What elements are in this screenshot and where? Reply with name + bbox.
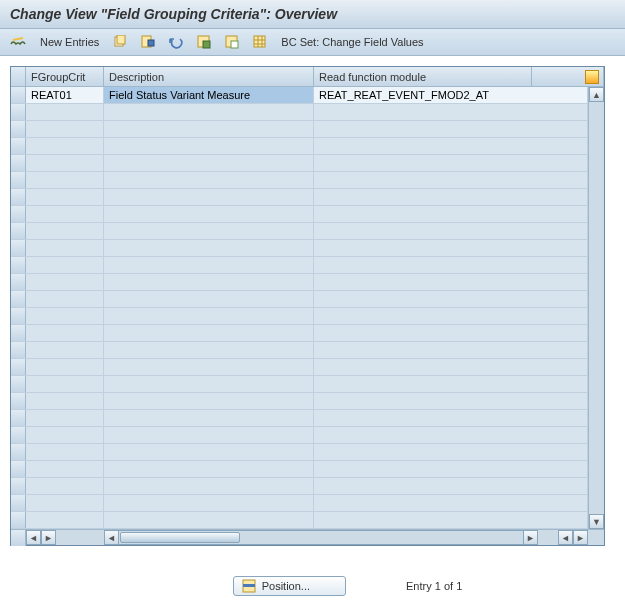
row-handle[interactable] <box>11 461 26 477</box>
table-row-empty[interactable] <box>11 308 588 325</box>
select-all-button[interactable] <box>193 33 215 51</box>
table-row-empty[interactable] <box>11 410 588 427</box>
table-row-empty[interactable] <box>11 206 588 223</box>
table-row-empty[interactable] <box>11 274 588 291</box>
table-row-empty[interactable] <box>11 342 588 359</box>
table-row[interactable]: REAT01Field Status Variant MeasureREAT_R… <box>11 87 588 104</box>
col-header-description[interactable]: Description <box>104 67 314 86</box>
col-header-readfunction[interactable]: Read function module <box>314 67 532 86</box>
cell-empty[interactable] <box>26 257 104 273</box>
row-handle[interactable] <box>11 121 26 137</box>
cell-empty[interactable] <box>314 359 588 375</box>
table-row-empty[interactable] <box>11 121 588 138</box>
cell-empty[interactable] <box>104 138 314 154</box>
row-handle[interactable] <box>11 274 26 290</box>
row-handle[interactable] <box>11 410 26 426</box>
cell-empty[interactable] <box>314 410 588 426</box>
config-button[interactable] <box>249 33 271 51</box>
cell-empty[interactable] <box>26 104 104 120</box>
hscroll-track[interactable] <box>119 530 523 545</box>
table-row-empty[interactable] <box>11 427 588 444</box>
col-header-config[interactable] <box>532 67 604 86</box>
row-handle[interactable] <box>11 291 26 307</box>
cell-empty[interactable] <box>26 478 104 494</box>
cell-empty[interactable] <box>104 495 314 511</box>
row-handle[interactable] <box>11 308 26 324</box>
scroll-down-button[interactable]: ▼ <box>589 514 604 529</box>
delete-button[interactable] <box>137 33 159 51</box>
table-row-empty[interactable] <box>11 189 588 206</box>
cell-empty[interactable] <box>104 189 314 205</box>
cell-description[interactable]: Field Status Variant Measure <box>104 87 314 103</box>
cell-empty[interactable] <box>26 342 104 358</box>
undo-button[interactable] <box>165 33 187 51</box>
cell-empty[interactable] <box>314 512 588 528</box>
cell-empty[interactable] <box>314 461 588 477</box>
table-row-empty[interactable] <box>11 155 588 172</box>
cell-empty[interactable] <box>26 240 104 256</box>
row-handle[interactable] <box>11 495 26 511</box>
hscroll2-left[interactable]: ◄ <box>104 530 119 545</box>
scroll-up-button[interactable]: ▲ <box>589 87 604 102</box>
cell-empty[interactable] <box>104 512 314 528</box>
cell-empty[interactable] <box>314 342 588 358</box>
cell-empty[interactable] <box>314 240 588 256</box>
cell-empty[interactable] <box>314 223 588 239</box>
row-handle[interactable] <box>11 223 26 239</box>
table-row-empty[interactable] <box>11 393 588 410</box>
cell-empty[interactable] <box>314 495 588 511</box>
cell-empty[interactable] <box>314 478 588 494</box>
copy-button[interactable] <box>109 33 131 51</box>
toggle-button[interactable] <box>6 34 30 50</box>
cell-empty[interactable] <box>104 461 314 477</box>
new-entries-button[interactable]: New Entries <box>36 34 103 50</box>
cell-empty[interactable] <box>26 291 104 307</box>
cell-empty[interactable] <box>314 189 588 205</box>
cell-empty[interactable] <box>104 206 314 222</box>
cell-empty[interactable] <box>104 155 314 171</box>
row-handle[interactable] <box>11 155 26 171</box>
position-button[interactable]: Position... <box>233 576 346 596</box>
cell-empty[interactable] <box>26 308 104 324</box>
cell-empty[interactable] <box>26 189 104 205</box>
cell-empty[interactable] <box>104 325 314 341</box>
cell-empty[interactable] <box>314 121 588 137</box>
cell-empty[interactable] <box>104 393 314 409</box>
cell-empty[interactable] <box>104 257 314 273</box>
cell-empty[interactable] <box>26 512 104 528</box>
row-handle[interactable] <box>11 427 26 443</box>
cell-empty[interactable] <box>314 155 588 171</box>
row-handle[interactable] <box>11 478 26 494</box>
cell-empty[interactable] <box>26 206 104 222</box>
cell-empty[interactable] <box>104 121 314 137</box>
row-handle[interactable] <box>11 104 26 120</box>
table-row-empty[interactable] <box>11 478 588 495</box>
table-row-empty[interactable] <box>11 376 588 393</box>
row-handle[interactable] <box>11 376 26 392</box>
cell-empty[interactable] <box>26 444 104 460</box>
cell-empty[interactable] <box>314 104 588 120</box>
cell-empty[interactable] <box>26 427 104 443</box>
vertical-scrollbar[interactable]: ▲ ▼ <box>588 87 604 529</box>
row-handle[interactable] <box>11 393 26 409</box>
cell-empty[interactable] <box>26 495 104 511</box>
cell-empty[interactable] <box>314 257 588 273</box>
hscroll-thumb[interactable] <box>120 532 240 543</box>
cell-empty[interactable] <box>104 274 314 290</box>
cell-empty[interactable] <box>104 478 314 494</box>
cell-empty[interactable] <box>314 393 588 409</box>
row-handle[interactable] <box>11 138 26 154</box>
row-handle[interactable] <box>11 240 26 256</box>
cell-empty[interactable] <box>314 291 588 307</box>
hscroll2-right[interactable]: ► <box>523 530 538 545</box>
hscroll1-right[interactable]: ► <box>41 530 56 545</box>
table-row-empty[interactable] <box>11 291 588 308</box>
cell-empty[interactable] <box>314 325 588 341</box>
cell-empty[interactable] <box>314 138 588 154</box>
hscroll3-left[interactable]: ◄ <box>558 530 573 545</box>
cell-empty[interactable] <box>26 274 104 290</box>
row-handle[interactable] <box>11 512 26 528</box>
hscroll3-right[interactable]: ► <box>573 530 588 545</box>
cell-empty[interactable] <box>104 410 314 426</box>
cell-empty[interactable] <box>314 172 588 188</box>
